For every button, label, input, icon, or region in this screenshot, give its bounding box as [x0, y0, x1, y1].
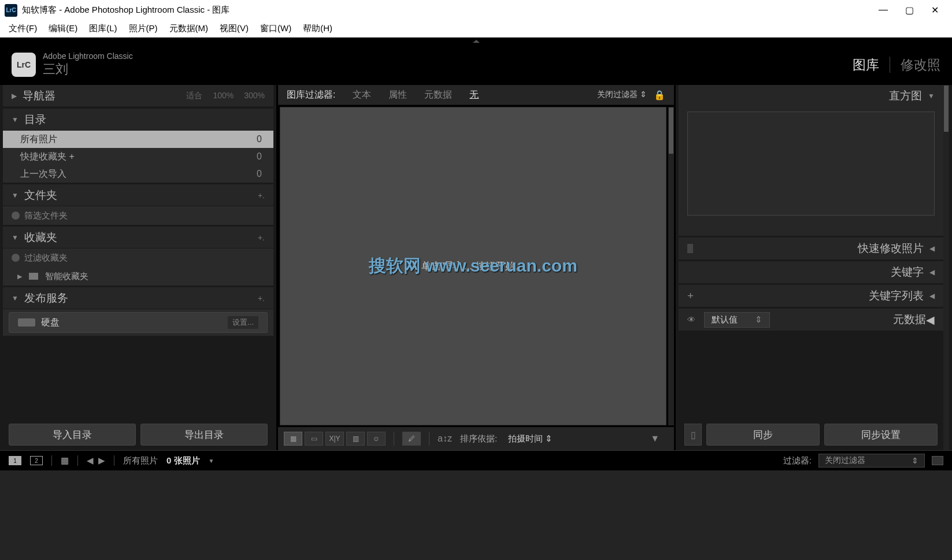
- collection-filter[interactable]: 过滤收藏夹: [3, 249, 273, 267]
- scrollbar[interactable]: [668, 107, 674, 425]
- menu-window[interactable]: 窗口(W): [254, 21, 297, 36]
- grid-view-icon[interactable]: ▦: [284, 432, 302, 446]
- sync-button[interactable]: 同步: [706, 424, 820, 446]
- titlebar: LrC 知软博客 - Adobe Photoshop Lightroom Cla…: [0, 0, 952, 20]
- filter-lock-icon[interactable]: 🔒: [654, 90, 665, 101]
- metadata-header[interactable]: 👁 默认值⇕ 元数据 ◀: [679, 309, 943, 331]
- filmstrip[interactable]: [0, 470, 952, 560]
- keywords-header[interactable]: 关键字 ◀: [679, 261, 943, 283]
- filter-none[interactable]: 无: [469, 89, 479, 101]
- loupe-view-icon[interactable]: ▭: [305, 432, 323, 446]
- catalog-quick-collection[interactable]: 快捷收藏夹 + 0: [3, 148, 273, 165]
- sort-dropdown[interactable]: 拍摄时间 ⇕: [508, 433, 553, 444]
- nav-back-icon[interactable]: ◀: [87, 455, 94, 466]
- menu-help[interactable]: 帮助(H): [297, 21, 338, 36]
- publish-settings-button[interactable]: 设置...: [228, 316, 258, 329]
- nav-forward-icon[interactable]: ▶: [98, 455, 105, 466]
- filter-attribute[interactable]: 属性: [388, 89, 407, 101]
- expand-icon: ◀: [926, 313, 935, 327]
- sort-label: 排序依据:: [460, 433, 497, 444]
- menu-edit[interactable]: 编辑(E): [43, 21, 83, 36]
- keyword-list-header[interactable]: + 关键字列表 ◀: [679, 285, 943, 307]
- expand-icon: ◀: [929, 268, 935, 276]
- add-folder-button[interactable]: +.: [258, 191, 265, 200]
- export-catalog-button[interactable]: 导出目录: [140, 424, 268, 446]
- module-develop-tab[interactable]: 修改照: [901, 56, 940, 74]
- metadata-preset-dropdown[interactable]: 默认值⇕: [704, 312, 770, 328]
- grid-canvas[interactable]: 搜软网 www.seeruan.com 单击"导入..."按钮开始。: [280, 107, 666, 425]
- top-panel-handle[interactable]: [0, 38, 952, 44]
- catalog-all-photos[interactable]: 所有照片 0: [3, 131, 273, 148]
- sync-settings-button[interactable]: 同步设置: [824, 424, 938, 446]
- survey-view-icon[interactable]: ▥: [346, 432, 365, 446]
- publish-title: 发布服务: [24, 291, 258, 306]
- logo-icon: LrC: [12, 53, 36, 77]
- menu-view[interactable]: 视图(V): [214, 21, 254, 36]
- smart-collections[interactable]: ▶ 智能收藏夹: [3, 267, 273, 285]
- compare-view-icon[interactable]: X|Y: [325, 432, 344, 446]
- harddrive-icon: [18, 318, 35, 327]
- publish-header[interactable]: ▼ 发布服务 +.: [3, 287, 273, 309]
- right-panel: 直方图 ▼ 快速修改照片 ◀ 关键字 ◀: [676, 85, 952, 450]
- right-scrollbar[interactable]: [943, 85, 949, 450]
- expand-icon: ▶: [17, 273, 22, 280]
- library-filter-bar: 图库过滤器: 文本 属性 元数据 无 关闭过滤器 ⇕ 🔒: [278, 85, 674, 105]
- catalog-last-import[interactable]: 上一次导入 0: [3, 165, 273, 183]
- bottom-filter-dropdown[interactable]: 关闭过滤器⇕: [818, 454, 925, 468]
- center-panel: 图库过滤器: 文本 属性 元数据 无 关闭过滤器 ⇕ 🔒 搜软网 www.see…: [278, 85, 674, 450]
- publish-harddrive[interactable]: 硬盘 设置...: [9, 312, 268, 333]
- zoom-100[interactable]: 100%: [213, 91, 234, 101]
- module-divider: [890, 57, 890, 73]
- filter-text[interactable]: 文本: [353, 89, 371, 101]
- source-label[interactable]: 所有照片: [123, 455, 158, 466]
- bottom-filter-label: 过滤器:: [783, 455, 812, 466]
- catalog-header[interactable]: ▼ 目录: [3, 109, 273, 131]
- window-title: 知软博客 - Adobe Photoshop Lightroom Classic…: [22, 5, 879, 16]
- collections-header[interactable]: ▼ 收藏夹 +.: [3, 227, 273, 249]
- toolbar: ▦ ▭ X|Y ▥ ☺ 🖉 a↕z 排序依据: 拍摄时间 ⇕ ▼: [278, 427, 674, 450]
- quick-develop-header[interactable]: 快速修改照片 ◀: [679, 238, 943, 259]
- catalog-title: 目录: [24, 112, 265, 127]
- filter-switch-icon[interactable]: [932, 456, 943, 465]
- menu-metadata[interactable]: 元数据(M): [164, 21, 214, 36]
- expand-icon: ◀: [929, 292, 935, 300]
- folder-filter[interactable]: 筛选文件夹: [3, 206, 273, 225]
- maximize-button[interactable]: ▢: [905, 5, 914, 16]
- watermark: 搜软网 www.seeruan.com: [369, 254, 577, 278]
- grid-icon[interactable]: ▦: [61, 455, 69, 466]
- sync-lock-button[interactable]: ▯: [684, 424, 702, 446]
- close-button[interactable]: ✕: [931, 5, 939, 16]
- import-catalog-button[interactable]: 导入目录: [9, 424, 136, 446]
- sort-direction-icon[interactable]: a↕z: [438, 433, 452, 444]
- navigator-header[interactable]: ▶ 导航器 适合 100% 300%: [3, 85, 273, 107]
- menubar: 文件(F) 编辑(E) 图库(L) 照片(P) 元数据(M) 视图(V) 窗口(…: [0, 20, 952, 38]
- expand-icon: ▶: [12, 92, 17, 100]
- folders-header[interactable]: ▼ 文件夹 +.: [3, 184, 273, 206]
- people-view-icon[interactable]: ☺: [367, 432, 386, 446]
- search-icon: [12, 212, 20, 220]
- add-collection-button[interactable]: +.: [258, 233, 265, 242]
- eye-icon[interactable]: 👁: [687, 315, 695, 324]
- menu-photo[interactable]: 照片(P): [123, 21, 164, 36]
- collapse-icon: ▼: [12, 116, 18, 124]
- collection-icon: [29, 273, 38, 280]
- minimize-button[interactable]: —: [879, 5, 888, 16]
- toolbar-more[interactable]: ▼: [642, 433, 668, 444]
- expand-icon: ◀: [929, 244, 935, 253]
- menu-library[interactable]: 图库(L): [83, 21, 123, 36]
- histogram-header[interactable]: 直方图 ▼: [679, 85, 943, 107]
- primary-display-button[interactable]: 1: [9, 456, 21, 465]
- zoom-fit[interactable]: 适合: [186, 91, 202, 101]
- add-keyword-button[interactable]: +: [687, 290, 694, 302]
- menu-file[interactable]: 文件(F): [3, 21, 43, 36]
- collapse-icon: ▼: [12, 294, 18, 302]
- painter-icon[interactable]: 🖉: [402, 432, 421, 446]
- source-dropdown-icon[interactable]: ▼: [209, 458, 214, 464]
- filter-metadata[interactable]: 元数据: [424, 89, 452, 101]
- filter-preset-dropdown[interactable]: 关闭过滤器 ⇕: [597, 90, 647, 100]
- zoom-300[interactable]: 300%: [244, 91, 265, 101]
- module-library-tab[interactable]: 图库: [853, 56, 879, 74]
- add-publish-button[interactable]: +.: [258, 294, 265, 303]
- secondary-display-button[interactable]: 2: [30, 456, 43, 465]
- filter-label: 图库过滤器:: [287, 89, 335, 101]
